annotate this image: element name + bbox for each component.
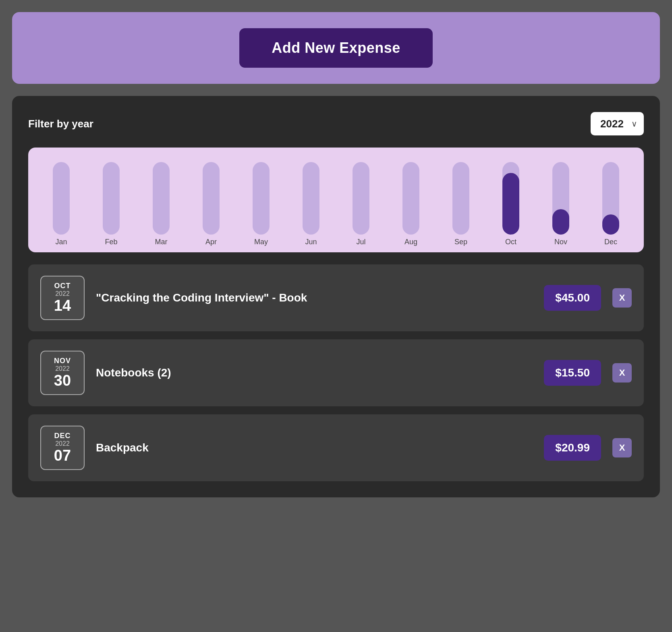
- chart-column-oct: Oct: [486, 162, 536, 246]
- expense-name: Backpack: [96, 441, 533, 454]
- bar-outer: [602, 162, 619, 235]
- header-banner: Add New Expense: [12, 12, 660, 84]
- chart-column-dec: Dec: [586, 162, 636, 246]
- chart-column-jul: Jul: [336, 162, 386, 246]
- chart-month-label: May: [254, 238, 268, 246]
- chart-month-label: Feb: [105, 238, 117, 246]
- chart-month-label: Dec: [604, 238, 617, 246]
- date-year: 2022: [55, 290, 70, 297]
- delete-expense-button[interactable]: X: [612, 438, 632, 457]
- expense-name: "Cracking the Coding Interview" - Book: [96, 291, 533, 304]
- filter-row: Filter by year 2020 2021 2022 2023: [28, 112, 644, 135]
- chart-month-label: Jun: [305, 238, 317, 246]
- chart-column-mar: Mar: [136, 162, 186, 246]
- bar-outer: [153, 162, 170, 235]
- bar-outer: [552, 162, 569, 235]
- bar-inner: [552, 209, 569, 235]
- filter-label: Filter by year: [28, 118, 93, 130]
- expense-amount: $20.99: [544, 435, 601, 461]
- add-expense-button[interactable]: Add New Expense: [239, 28, 433, 68]
- bar-outer: [103, 162, 120, 235]
- expense-amount: $45.00: [544, 285, 601, 311]
- bar-outer: [203, 162, 220, 235]
- chart-month-label: Jan: [55, 238, 67, 246]
- chart-month-label: Aug: [404, 238, 417, 246]
- expense-name: Notebooks (2): [96, 366, 533, 379]
- date-year: 2022: [55, 365, 70, 372]
- date-year: 2022: [55, 440, 70, 447]
- date-day: 30: [54, 372, 71, 389]
- bar-outer: [53, 162, 70, 235]
- date-month: Dec: [54, 432, 71, 440]
- chart-month-label: Sep: [454, 238, 467, 246]
- chart-column-may: May: [236, 162, 286, 246]
- bar-outer: [452, 162, 469, 235]
- chart-month-label: Oct: [505, 238, 516, 246]
- date-badge: Nov202230: [40, 351, 85, 395]
- chart-month-label: Nov: [554, 238, 567, 246]
- chart-column-jun: Jun: [286, 162, 336, 246]
- bar-outer: [253, 162, 270, 235]
- year-select[interactable]: 2020 2021 2022 2023: [591, 112, 644, 135]
- chart-column-nov: Nov: [536, 162, 586, 246]
- main-container: Filter by year 2020 2021 2022 2023 JanFe…: [12, 96, 660, 497]
- chart-column-sep: Sep: [436, 162, 486, 246]
- date-month: Oct: [54, 282, 71, 290]
- chart-column-jan: Jan: [36, 162, 86, 246]
- date-month: Nov: [54, 357, 71, 365]
- bar-inner: [602, 214, 619, 235]
- date-day: 14: [54, 297, 71, 314]
- bar-outer: [402, 162, 419, 235]
- date-badge: Dec202207: [40, 426, 85, 470]
- delete-expense-button[interactable]: X: [612, 288, 632, 308]
- expense-list: Oct202214"Cracking the Coding Interview"…: [28, 264, 644, 481]
- chart-column-feb: Feb: [86, 162, 136, 246]
- date-day: 07: [54, 447, 71, 464]
- expense-amount: $15.50: [544, 360, 601, 386]
- chart-column-apr: Apr: [186, 162, 236, 246]
- bar-outer: [502, 162, 519, 235]
- chart-month-label: Mar: [155, 238, 168, 246]
- expense-item: Dec202207Backpack$20.99X: [28, 414, 644, 481]
- date-badge: Oct202214: [40, 276, 85, 320]
- bar-outer: [353, 162, 369, 235]
- expense-item: Oct202214"Cracking the Coding Interview"…: [28, 264, 644, 331]
- delete-expense-button[interactable]: X: [612, 363, 632, 383]
- expense-item: Nov202230Notebooks (2)$15.50X: [28, 339, 644, 406]
- chart-month-label: Apr: [205, 238, 217, 246]
- chart-column-aug: Aug: [386, 162, 436, 246]
- chart-area: JanFebMarAprMayJunJulAugSepOctNovDec: [28, 148, 644, 252]
- bar-inner: [502, 173, 519, 235]
- chart-month-label: Jul: [356, 238, 365, 246]
- year-select-wrapper: 2020 2021 2022 2023: [591, 112, 644, 135]
- bar-outer: [303, 162, 319, 235]
